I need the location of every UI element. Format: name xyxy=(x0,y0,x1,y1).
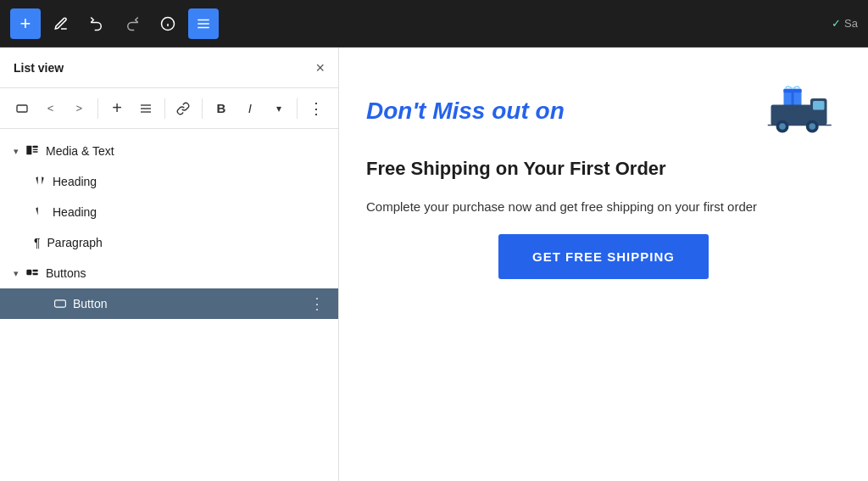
tree-label-buttons: Buttons xyxy=(46,266,325,280)
svg-point-26 xyxy=(779,123,786,130)
block-align-button[interactable] xyxy=(10,95,34,122)
bold-button[interactable]: B xyxy=(209,95,233,122)
chevron-icon: ▾ xyxy=(14,146,19,157)
svg-rect-13 xyxy=(33,151,38,152)
undo-button[interactable] xyxy=(81,8,112,39)
svg-rect-17 xyxy=(55,300,66,307)
block-toolbar: < > + B I ▾ ⋮ xyxy=(0,88,338,129)
get-free-shipping-button[interactable]: GET FREE SHIPPING xyxy=(498,234,709,279)
insert-button[interactable]: + xyxy=(105,95,129,122)
tree-item-paragraph[interactable]: ¶ Paragraph xyxy=(0,227,338,258)
svg-rect-16 xyxy=(33,272,38,275)
info-button[interactable] xyxy=(153,8,183,39)
heading2-icon xyxy=(34,205,46,220)
tree-item-media-text[interactable]: ▾ Media & Text xyxy=(0,136,338,166)
svg-rect-10 xyxy=(26,145,31,154)
svg-rect-20 xyxy=(792,89,794,107)
main-area: List view × < > + B I ▾ ⋮ xyxy=(0,48,868,481)
add-block-button[interactable]: + xyxy=(10,8,41,39)
toolbar-left: + xyxy=(10,8,219,39)
divider1 xyxy=(97,98,98,119)
paragraph-icon: ¶ xyxy=(34,236,41,249)
pen-tool-button[interactable] xyxy=(46,8,76,39)
svg-rect-23 xyxy=(813,101,825,110)
more-options-dropdown[interactable]: ▾ xyxy=(267,95,291,122)
top-toolbar: + ✓ Sa xyxy=(0,0,868,48)
button-more-icon[interactable]: ⋮ xyxy=(309,294,325,313)
content-inner: Don't Miss out on xyxy=(366,81,841,279)
divider3 xyxy=(202,98,203,119)
divider4 xyxy=(297,98,298,119)
tree-item-button[interactable]: Button ⋮ xyxy=(0,288,338,319)
sidebar-title: List view xyxy=(14,61,64,75)
save-status: ✓ Sa xyxy=(832,17,858,30)
divider2 xyxy=(164,98,165,119)
list-view-button[interactable] xyxy=(188,8,219,39)
promo-subheadline: Free Shipping on Your First Order xyxy=(366,158,841,180)
code-view-back[interactable]: < xyxy=(39,95,63,122)
promo-headline: Don't Miss out on xyxy=(366,98,765,125)
tree-label-media-text: Media & Text xyxy=(46,144,325,158)
tree-label-button: Button xyxy=(73,297,303,310)
code-view-fwd[interactable]: > xyxy=(68,95,92,122)
svg-rect-6 xyxy=(17,105,27,112)
svg-rect-15 xyxy=(33,269,38,271)
tree-label-paragraph: Paragraph xyxy=(47,236,325,249)
transform-button[interactable] xyxy=(134,95,158,122)
tree-item-heading1[interactable]: Heading xyxy=(0,166,338,197)
block-tree: ▾ Media & Text Heading Heading xyxy=(0,129,338,481)
chevron-buttons-icon: ▾ xyxy=(14,268,19,279)
tree-label-heading1: Heading xyxy=(53,175,325,188)
tree-item-buttons[interactable]: ▾ Buttons xyxy=(0,258,338,288)
redo-button[interactable] xyxy=(117,8,147,39)
sidebar-header: List view × xyxy=(0,48,338,88)
svg-point-28 xyxy=(810,123,816,130)
sidebar: List view × < > + B I ▾ ⋮ xyxy=(0,48,339,481)
heading1-icon xyxy=(34,175,46,189)
block-more-options[interactable]: ⋮ xyxy=(304,95,328,122)
buttons-icon xyxy=(25,266,39,282)
tree-item-heading2[interactable]: Heading xyxy=(0,197,338,227)
link-button[interactable] xyxy=(172,95,196,122)
toolbar-right: ✓ Sa xyxy=(832,17,858,30)
promo-body: Complete your purchase now and get free … xyxy=(366,197,841,217)
italic-button[interactable]: I xyxy=(238,95,262,122)
content-area: Don't Miss out on xyxy=(339,48,868,481)
promo-top-row: Don't Miss out on xyxy=(366,81,841,141)
promo-cta-wrap: GET FREE SHIPPING xyxy=(366,234,841,279)
button-block-icon xyxy=(54,297,66,310)
svg-rect-14 xyxy=(26,269,31,275)
tree-label-heading2: Heading xyxy=(53,205,325,219)
media-text-icon xyxy=(25,143,39,159)
close-sidebar-button[interactable]: × xyxy=(315,60,325,76)
truck-icon xyxy=(765,81,841,141)
svg-rect-12 xyxy=(33,148,38,149)
svg-rect-11 xyxy=(33,145,38,148)
